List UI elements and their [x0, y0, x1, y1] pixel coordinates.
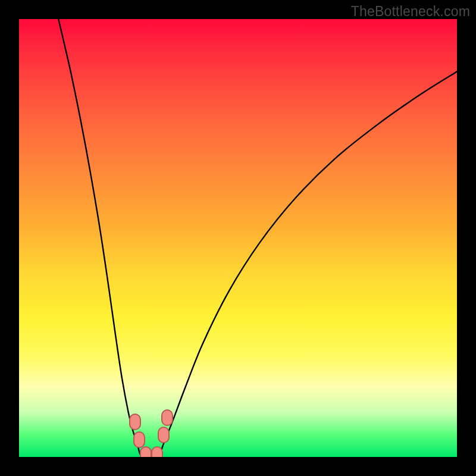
data-marker — [133, 431, 145, 448]
curve-layer — [19, 19, 457, 457]
data-marker — [161, 409, 173, 426]
data-marker — [158, 427, 170, 443]
data-marker — [140, 446, 152, 457]
data-marker — [129, 414, 141, 430]
watermark-text: TheBottleneck.com — [351, 4, 470, 20]
left-curve — [58, 19, 142, 457]
plot-area — [19, 19, 457, 457]
right-curve — [159, 71, 457, 457]
chart-frame: TheBottleneck.com — [0, 0, 476, 476]
data-marker — [151, 446, 163, 457]
